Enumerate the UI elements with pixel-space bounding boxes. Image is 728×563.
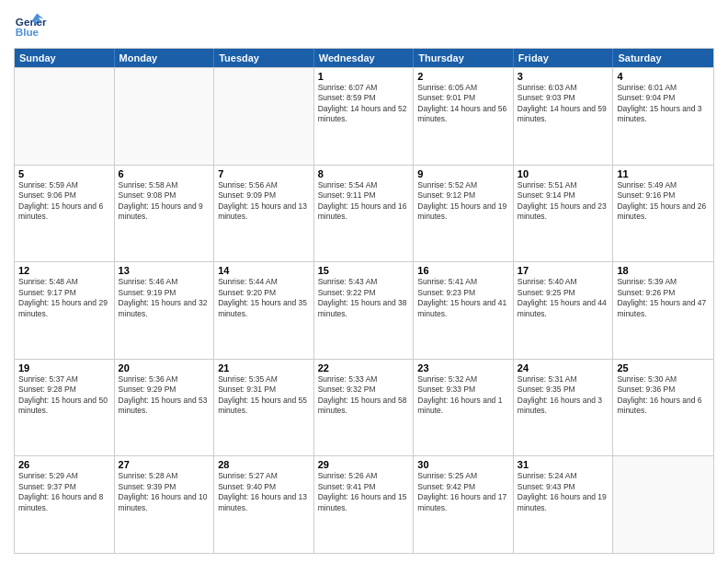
day-cell-13: 13Sunrise: 5:46 AM Sunset: 9:19 PM Dayli…: [115, 262, 215, 359]
day-cell-14: 14Sunrise: 5:44 AM Sunset: 9:20 PM Dayli…: [214, 262, 314, 359]
day-number: 8: [318, 168, 410, 179]
day-cell-25: 25Sunrise: 5:30 AM Sunset: 9:36 PM Dayli…: [613, 360, 713, 456]
day-info: Sunrise: 5:26 AM Sunset: 9:41 PM Dayligh…: [318, 471, 410, 513]
day-cell-12: 12Sunrise: 5:48 AM Sunset: 9:17 PM Dayli…: [15, 262, 115, 359]
header-day-sunday: Sunday: [15, 49, 115, 67]
day-info: Sunrise: 5:46 AM Sunset: 9:19 PM Dayligh…: [119, 277, 210, 319]
day-number: 14: [218, 265, 310, 276]
day-info: Sunrise: 5:51 AM Sunset: 9:14 PM Dayligh…: [518, 180, 609, 223]
day-number: 16: [417, 265, 509, 276]
day-number: 31: [518, 459, 609, 470]
day-info: Sunrise: 5:28 AM Sunset: 9:39 PM Dayligh…: [119, 471, 210, 513]
day-info: Sunrise: 5:32 AM Sunset: 9:33 PM Dayligh…: [417, 374, 509, 417]
day-number: 7: [218, 168, 310, 179]
day-number: 4: [617, 71, 710, 82]
day-info: Sunrise: 5:33 AM Sunset: 9:32 PM Dayligh…: [318, 374, 410, 417]
day-info: Sunrise: 5:31 AM Sunset: 9:35 PM Dayligh…: [518, 374, 609, 417]
day-cell-8: 8Sunrise: 5:54 AM Sunset: 9:11 PM Daylig…: [314, 166, 415, 262]
day-number: 3: [518, 71, 609, 82]
day-cell-9: 9Sunrise: 5:52 AM Sunset: 9:12 PM Daylig…: [414, 166, 514, 262]
day-info: Sunrise: 5:41 AM Sunset: 9:23 PM Dayligh…: [417, 277, 509, 319]
day-number: 2: [417, 71, 509, 82]
day-info: Sunrise: 6:01 AM Sunset: 9:04 PM Dayligh…: [617, 83, 710, 125]
header-day-wednesday: Wednesday: [314, 49, 415, 67]
day-info: Sunrise: 5:40 AM Sunset: 9:25 PM Dayligh…: [518, 277, 609, 319]
calendar-week-4: 19Sunrise: 5:37 AM Sunset: 9:28 PM Dayli…: [15, 359, 713, 456]
day-cell-20: 20Sunrise: 5:36 AM Sunset: 9:29 PM Dayli…: [115, 360, 215, 456]
calendar: SundayMondayTuesdayWednesdayThursdayFrid…: [14, 48, 714, 554]
day-info: Sunrise: 5:27 AM Sunset: 9:40 PM Dayligh…: [218, 471, 310, 513]
day-number: 25: [617, 362, 710, 373]
empty-cell: [115, 68, 215, 165]
day-number: 11: [617, 168, 710, 179]
day-info: Sunrise: 5:52 AM Sunset: 9:12 PM Dayligh…: [417, 180, 509, 223]
calendar-week-3: 12Sunrise: 5:48 AM Sunset: 9:17 PM Dayli…: [15, 261, 713, 359]
day-info: Sunrise: 6:03 AM Sunset: 9:03 PM Dayligh…: [518, 83, 609, 125]
day-info: Sunrise: 5:44 AM Sunset: 9:20 PM Dayligh…: [218, 277, 310, 319]
day-cell-10: 10Sunrise: 5:51 AM Sunset: 9:14 PM Dayli…: [514, 166, 614, 262]
day-number: 29: [318, 459, 410, 470]
day-info: Sunrise: 5:29 AM Sunset: 9:37 PM Dayligh…: [18, 471, 110, 513]
day-cell-17: 17Sunrise: 5:40 AM Sunset: 9:25 PM Dayli…: [514, 262, 614, 359]
day-info: Sunrise: 5:43 AM Sunset: 9:22 PM Dayligh…: [318, 277, 410, 319]
day-info: Sunrise: 5:39 AM Sunset: 9:26 PM Dayligh…: [617, 277, 710, 319]
day-info: Sunrise: 5:48 AM Sunset: 9:17 PM Dayligh…: [18, 277, 110, 319]
day-cell-26: 26Sunrise: 5:29 AM Sunset: 9:37 PM Dayli…: [15, 456, 115, 553]
day-info: Sunrise: 5:54 AM Sunset: 9:11 PM Dayligh…: [318, 180, 410, 223]
day-info: Sunrise: 5:35 AM Sunset: 9:31 PM Dayligh…: [218, 374, 310, 417]
day-cell-16: 16Sunrise: 5:41 AM Sunset: 9:23 PM Dayli…: [414, 262, 514, 359]
day-number: 24: [518, 362, 609, 373]
calendar-header-row: SundayMondayTuesdayWednesdayThursdayFrid…: [15, 49, 713, 67]
calendar-page: General Blue SundayMondayTuesdayWednesda…: [0, 0, 728, 563]
day-number: 21: [218, 362, 310, 373]
day-cell-19: 19Sunrise: 5:37 AM Sunset: 9:28 PM Dayli…: [15, 360, 115, 456]
day-number: 18: [617, 265, 710, 276]
logo-icon: General Blue: [14, 9, 47, 42]
day-number: 15: [318, 265, 410, 276]
header-day-tuesday: Tuesday: [214, 49, 314, 67]
empty-cell: [613, 456, 713, 553]
day-cell-30: 30Sunrise: 5:25 AM Sunset: 9:42 PM Dayli…: [414, 456, 514, 553]
header: General Blue: [14, 9, 714, 42]
day-cell-31: 31Sunrise: 5:24 AM Sunset: 9:43 PM Dayli…: [514, 456, 614, 553]
day-number: 22: [318, 362, 410, 373]
calendar-body: 1Sunrise: 6:07 AM Sunset: 8:59 PM Daylig…: [15, 67, 713, 553]
day-number: 26: [18, 459, 110, 470]
day-number: 1: [318, 71, 410, 82]
day-cell-21: 21Sunrise: 5:35 AM Sunset: 9:31 PM Dayli…: [214, 360, 314, 456]
day-cell-7: 7Sunrise: 5:56 AM Sunset: 9:09 PM Daylig…: [214, 166, 314, 262]
day-cell-23: 23Sunrise: 5:32 AM Sunset: 9:33 PM Dayli…: [414, 360, 514, 456]
day-number: 20: [119, 362, 210, 373]
day-cell-5: 5Sunrise: 5:59 AM Sunset: 9:06 PM Daylig…: [15, 166, 115, 262]
header-day-friday: Friday: [514, 49, 614, 67]
header-day-saturday: Saturday: [613, 49, 713, 67]
day-number: 6: [119, 168, 210, 179]
day-cell-15: 15Sunrise: 5:43 AM Sunset: 9:22 PM Dayli…: [314, 262, 415, 359]
day-info: Sunrise: 5:59 AM Sunset: 9:06 PM Dayligh…: [18, 180, 110, 223]
header-day-thursday: Thursday: [414, 49, 514, 67]
day-number: 9: [417, 168, 509, 179]
day-number: 12: [18, 265, 110, 276]
day-cell-18: 18Sunrise: 5:39 AM Sunset: 9:26 PM Dayli…: [613, 262, 713, 359]
empty-cell: [15, 68, 115, 165]
day-info: Sunrise: 5:56 AM Sunset: 9:09 PM Dayligh…: [218, 180, 310, 223]
svg-text:Blue: Blue: [16, 26, 40, 38]
empty-cell: [214, 68, 314, 165]
day-cell-29: 29Sunrise: 5:26 AM Sunset: 9:41 PM Dayli…: [314, 456, 415, 553]
day-number: 19: [18, 362, 110, 373]
day-cell-27: 27Sunrise: 5:28 AM Sunset: 9:39 PM Dayli…: [115, 456, 215, 553]
day-cell-28: 28Sunrise: 5:27 AM Sunset: 9:40 PM Dayli…: [214, 456, 314, 553]
day-cell-24: 24Sunrise: 5:31 AM Sunset: 9:35 PM Dayli…: [514, 360, 614, 456]
day-number: 27: [119, 459, 210, 470]
day-cell-11: 11Sunrise: 5:49 AM Sunset: 9:16 PM Dayli…: [613, 166, 713, 262]
day-number: 10: [518, 168, 609, 179]
day-info: Sunrise: 5:24 AM Sunset: 9:43 PM Dayligh…: [518, 471, 609, 513]
day-cell-4: 4Sunrise: 6:01 AM Sunset: 9:04 PM Daylig…: [613, 68, 713, 165]
day-info: Sunrise: 5:36 AM Sunset: 9:29 PM Dayligh…: [119, 374, 210, 417]
calendar-week-2: 5Sunrise: 5:59 AM Sunset: 9:06 PM Daylig…: [15, 165, 713, 262]
day-info: Sunrise: 5:49 AM Sunset: 9:16 PM Dayligh…: [617, 180, 710, 223]
day-info: Sunrise: 5:37 AM Sunset: 9:28 PM Dayligh…: [18, 374, 110, 417]
day-number: 17: [518, 265, 609, 276]
day-info: Sunrise: 6:05 AM Sunset: 9:01 PM Dayligh…: [417, 83, 509, 125]
day-info: Sunrise: 5:58 AM Sunset: 9:08 PM Dayligh…: [119, 180, 210, 223]
